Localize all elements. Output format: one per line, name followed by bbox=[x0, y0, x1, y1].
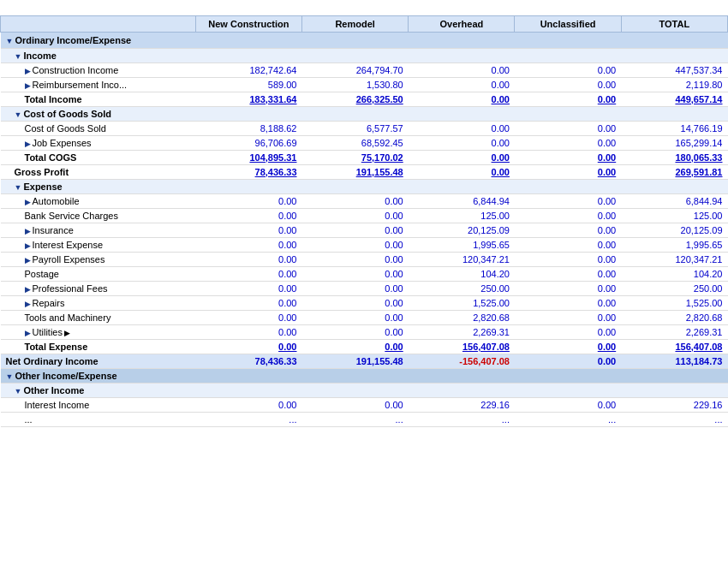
row-value: 78,436.33 bbox=[195, 354, 301, 369]
row-value: 0.00 bbox=[515, 238, 621, 253]
expand-icon[interactable]: ▶ bbox=[25, 81, 31, 90]
row-label: ▼Other Income/Expense bbox=[1, 369, 728, 384]
expand-icon[interactable]: ▶ bbox=[25, 285, 31, 294]
row-value: 0.00 bbox=[515, 340, 621, 354]
row-value: 183,331.64 bbox=[195, 92, 301, 107]
row-value: 0.00 bbox=[515, 209, 621, 223]
collapse-icon[interactable]: ▼ bbox=[6, 37, 14, 45]
collapse-icon[interactable]: ▼ bbox=[15, 52, 22, 61]
row-value: 0.00 bbox=[195, 209, 301, 223]
row-value: 6,844.94 bbox=[621, 194, 727, 209]
row-value: 0.00 bbox=[195, 223, 301, 238]
row-value: 180,065.33 bbox=[621, 151, 727, 165]
row-label: Total COGS bbox=[1, 151, 196, 165]
row-value: 0.00 bbox=[302, 340, 409, 354]
row-value: 20,125.09 bbox=[409, 223, 515, 238]
row-label: Net Ordinary Income bbox=[1, 354, 196, 369]
collapse-icon[interactable]: ▼ bbox=[15, 183, 22, 192]
row-label: ▼Expense bbox=[1, 180, 728, 194]
expand-icon[interactable]: ▶ bbox=[25, 67, 31, 75]
row-value: 2,820.68 bbox=[409, 311, 515, 325]
expand-icon[interactable]: ▶ bbox=[25, 329, 31, 337]
row-label: ▶Payroll Expenses bbox=[1, 253, 196, 267]
row-value: 1,525.00 bbox=[621, 296, 727, 311]
row-value: 0.00 bbox=[195, 267, 301, 282]
row-value: 229.16 bbox=[409, 398, 515, 413]
table-row: ▶Automobile0.000.006,844.940.006,844.94 bbox=[1, 194, 728, 209]
table-row: ▼Cost of Goods Sold bbox=[1, 107, 728, 122]
table-row: ▶Construction Income182,742.64264,794.70… bbox=[1, 63, 728, 78]
row-label: ▶Professional Fees bbox=[1, 282, 196, 296]
expand-icon[interactable]: ▶ bbox=[25, 300, 31, 308]
table-row: ▶Job Expenses96,706.6968,592.450.000.001… bbox=[1, 136, 728, 151]
col-header-unclassified: Unclassified bbox=[515, 16, 621, 33]
row-value: ... bbox=[195, 413, 301, 427]
row-value: 1,525.00 bbox=[409, 296, 515, 311]
row-value: 156,407.08 bbox=[621, 340, 727, 354]
table-row: ▶Payroll Expenses0.000.00120,347.210.001… bbox=[1, 253, 728, 267]
row-value: 2,119.80 bbox=[621, 78, 727, 92]
table-row: ▶Utilities▶0.000.002,269.310.002,269.31 bbox=[1, 325, 728, 340]
row-value: 0.00 bbox=[515, 92, 621, 107]
row-value: 0.00 bbox=[302, 282, 409, 296]
table-row: Bank Service Charges0.000.00125.000.0012… bbox=[1, 209, 728, 223]
row-value: 78,436.33 bbox=[195, 165, 301, 180]
row-value: 68,592.45 bbox=[302, 136, 409, 151]
row-value: 0.00 bbox=[409, 122, 515, 136]
row-value: 1,530.80 bbox=[302, 78, 409, 92]
row-value: 0.00 bbox=[409, 151, 515, 165]
row-value: ... bbox=[302, 413, 409, 427]
expand-icon[interactable]: ▶ bbox=[25, 140, 31, 148]
collapse-icon[interactable]: ▼ bbox=[15, 387, 22, 396]
row-value: 0.00 bbox=[515, 136, 621, 151]
expand-icon[interactable]: ▶ bbox=[25, 198, 31, 206]
expand-icon[interactable]: ▶ bbox=[25, 227, 31, 235]
row-value: 0.00 bbox=[195, 296, 301, 311]
row-value: 191,155.48 bbox=[302, 354, 409, 369]
row-value: 191,155.48 bbox=[302, 165, 409, 180]
table-row: Total Expense0.000.00156,407.080.00156,4… bbox=[1, 340, 728, 354]
row-value: 0.00 bbox=[195, 340, 301, 354]
report-header bbox=[0, 0, 728, 15]
row-value: 120,347.21 bbox=[409, 253, 515, 267]
row-label: ▶Job Expenses bbox=[1, 136, 196, 151]
table-row: Total COGS104,895.3175,170.020.000.00180… bbox=[1, 151, 728, 165]
row-value: 0.00 bbox=[302, 325, 409, 340]
expand-right-icon[interactable]: ▶ bbox=[64, 329, 70, 337]
row-value: 0.00 bbox=[195, 194, 301, 209]
row-value: 449,657.14 bbox=[621, 92, 727, 107]
row-value: 250.00 bbox=[621, 282, 727, 296]
row-value: 104.20 bbox=[621, 267, 727, 282]
table-row: ▼Other Income/Expense bbox=[1, 369, 728, 384]
expand-icon[interactable]: ▶ bbox=[25, 256, 31, 265]
row-value: 0.00 bbox=[195, 238, 301, 253]
collapse-icon[interactable]: ▼ bbox=[15, 110, 22, 119]
row-value: 0.00 bbox=[302, 267, 409, 282]
row-value: 0.00 bbox=[515, 63, 621, 78]
row-value: 1,995.65 bbox=[621, 238, 727, 253]
row-value: 96,706.69 bbox=[195, 136, 301, 151]
collapse-icon[interactable]: ▼ bbox=[6, 372, 14, 381]
row-value: 0.00 bbox=[302, 311, 409, 325]
table-row: ▼Expense bbox=[1, 180, 728, 194]
expand-icon[interactable]: ▶ bbox=[25, 241, 31, 250]
table-row: ▼Ordinary Income/Expense bbox=[1, 33, 728, 49]
row-value: 6,844.94 bbox=[409, 194, 515, 209]
row-value: 264,794.70 bbox=[302, 63, 409, 78]
row-label: ▼Cost of Goods Sold bbox=[1, 107, 728, 122]
row-label: ▶Automobile bbox=[1, 194, 196, 209]
row-value: 589.00 bbox=[195, 78, 301, 92]
report-table: New Construction Remodel Overhead Unclas… bbox=[0, 15, 728, 427]
row-value: 125.00 bbox=[409, 209, 515, 223]
table-row: .................. bbox=[1, 413, 728, 427]
row-value: 0.00 bbox=[195, 253, 301, 267]
row-label: ▶Repairs bbox=[1, 296, 196, 311]
row-value: ... bbox=[621, 413, 727, 427]
row-value: 0.00 bbox=[515, 78, 621, 92]
row-value: 0.00 bbox=[515, 267, 621, 282]
row-value: 0.00 bbox=[302, 296, 409, 311]
row-label: ▼Other Income bbox=[1, 384, 728, 398]
table-row: ▶Repairs0.000.001,525.000.001,525.00 bbox=[1, 296, 728, 311]
row-label: Gross Profit bbox=[1, 165, 196, 180]
row-value: 0.00 bbox=[515, 223, 621, 238]
